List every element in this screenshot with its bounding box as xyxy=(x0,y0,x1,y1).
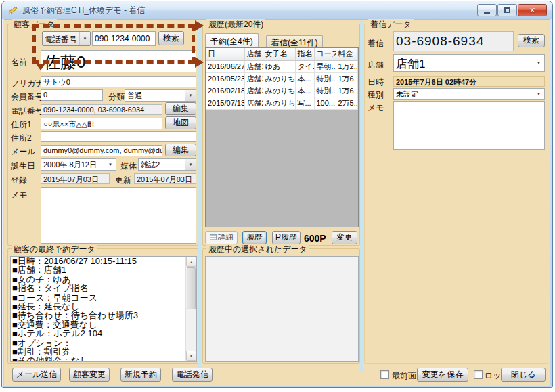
customer-panel-label: 顧客データ xyxy=(12,19,57,30)
search-type-value: 電話番号 xyxy=(45,34,79,45)
cell-date[interactable]: 2015/07/13 xyxy=(206,97,244,109)
tab-incoming-calls[interactable]: 着信(全11件) xyxy=(266,35,323,47)
cell-date[interactable]: 2016/06/27 xyxy=(206,60,244,72)
map-button[interactable]: 地図 xyxy=(165,116,196,129)
last-reservation-panel: 顧客の最終予約データ ■日時：2016/06/27 10:15-11:15 ■店… xyxy=(7,248,198,364)
scroll-down-icon[interactable]: ▼ xyxy=(186,351,196,361)
mail-edit-button[interactable]: 編集 xyxy=(165,144,196,156)
customer-search-button[interactable]: 検索 xyxy=(158,31,184,45)
p-history-button[interactable]: P履歴 xyxy=(272,231,301,244)
close-window-button[interactable]: 閉じる xyxy=(501,368,546,382)
mail-send-button[interactable]: メール送信 xyxy=(12,368,61,382)
cell-girl[interactable]: みのりち... xyxy=(263,85,295,97)
topmost-checkbox[interactable] xyxy=(380,370,389,379)
cell-date[interactable]: 2016/02/18 xyxy=(206,85,244,97)
table-row[interactable]: 2016/02/18 店舗2 みのりち... 本... 特別... 1万6... xyxy=(206,85,358,97)
cell-nomination[interactable]: 本... xyxy=(295,85,314,97)
furigana-label: フリガナ xyxy=(11,78,44,89)
col-price[interactable]: 料金 xyxy=(336,48,358,60)
col-course[interactable]: コース xyxy=(314,48,336,60)
address2-field[interactable] xyxy=(41,131,196,142)
search-phone-input[interactable]: 090-1234-0000 xyxy=(92,31,156,46)
incoming-memo-field[interactable] xyxy=(393,101,545,150)
shop-combo[interactable]: 店舗1 ▼ xyxy=(393,54,545,72)
table-row[interactable]: 2015/07/13 店舗2 みのりち... 写... 100... 2万5..… xyxy=(206,97,358,109)
name-field[interactable]: 佐藤0 xyxy=(41,50,196,72)
close-button[interactable]: ✕ xyxy=(518,4,547,16)
last-reservation-list[interactable]: ■日時：2016/06/27 10:15-11:15 ■店舗：店舗1 ■女の子：… xyxy=(10,256,197,362)
vertical-splitter-left[interactable] xyxy=(198,21,201,372)
search-type-combo[interactable]: 電話番号 ▼ xyxy=(42,31,91,46)
address1-field[interactable]: ○○県××市△△町 xyxy=(41,118,162,129)
phone-call-button[interactable]: 電話発信 xyxy=(172,368,213,382)
phones-edit-button[interactable]: 編集 xyxy=(165,102,196,115)
col-girl[interactable]: 女子名 xyxy=(263,48,295,60)
selected-history-field[interactable] xyxy=(205,256,359,362)
cell-price[interactable]: 1万2... xyxy=(336,60,358,72)
reservation-scrollbar[interactable]: ▲ ▼ xyxy=(185,257,196,361)
cell-nomination[interactable]: 写... xyxy=(295,97,314,109)
lock-checkbox[interactable] xyxy=(474,370,483,379)
tab-reservations[interactable]: 予約(全4件) xyxy=(205,33,259,47)
detail-button[interactable]: 詳細 xyxy=(205,231,238,244)
cell-girl[interactable]: みのりち... xyxy=(263,97,295,109)
chevron-down-icon[interactable]: ▼ xyxy=(185,159,196,170)
chevron-down-icon[interactable]: ▼ xyxy=(533,89,544,99)
registered-field: 2015年07月03日 xyxy=(41,173,110,184)
cell-date[interactable]: 2016/05/23 xyxy=(206,72,244,85)
member-no-label: 会員番号 xyxy=(11,91,43,103)
address2-label: 住所2 xyxy=(11,133,32,144)
chevron-down-icon[interactable]: ▼ xyxy=(533,55,544,71)
category-combo[interactable]: 普通 ▼ xyxy=(125,89,196,102)
cell-shop[interactable]: 店舗2 xyxy=(244,97,263,109)
cell-course[interactable]: 100... xyxy=(314,97,336,109)
chevron-down-icon[interactable]: ▼ xyxy=(79,32,90,45)
save-changes-button[interactable]: 変更を保存 xyxy=(417,368,468,382)
history-button[interactable]: 履歴 xyxy=(242,231,267,244)
scrollbar-thumb[interactable] xyxy=(187,267,196,309)
incoming-panel-label: 着信データ xyxy=(368,19,414,30)
col-date[interactable]: 日 xyxy=(206,48,244,60)
cell-price[interactable]: 1万6... xyxy=(336,72,358,85)
scroll-up-icon[interactable]: ▲ xyxy=(186,257,196,267)
app-window: 風俗予約管理CTI_体験デモ - 着信 ✕ 顧客データ 電話番号 ▼ 090-1… xyxy=(1,1,553,388)
incoming-search-button[interactable]: 検索 xyxy=(518,34,545,47)
change-button[interactable]: 変更 xyxy=(332,231,357,244)
cell-course[interactable]: 早朝... xyxy=(314,60,336,72)
mail-field[interactable]: dummy0@dummy.com, dummy@dummy.co xyxy=(41,145,162,156)
cell-shop[interactable]: 店舗2 xyxy=(244,72,263,85)
col-nomination[interactable]: 指名 xyxy=(295,48,314,60)
cell-course[interactable]: 特別... xyxy=(314,72,336,85)
minimize-button[interactable] xyxy=(477,4,497,16)
cell-nomination[interactable]: タイ... xyxy=(295,60,314,72)
customer-panel: 顧客データ 電話番号 ▼ 090-1234-0000 検索 名前 佐藤0 フリガ… xyxy=(7,24,198,246)
cell-shop[interactable]: 店舗1 xyxy=(244,60,263,72)
birthday-picker[interactable]: 2000年 8月12日 ▼ xyxy=(41,158,116,171)
customer-memo-field[interactable] xyxy=(41,187,196,244)
cell-nomination[interactable]: 本... xyxy=(295,72,314,85)
category-label: 分類 xyxy=(108,91,125,103)
table-row[interactable]: 2016/06/27 店舗1 ゆあ タイ... 早朝... 1万2... xyxy=(206,60,358,72)
cell-price[interactable]: 2万5... xyxy=(336,97,358,109)
cell-girl[interactable]: みのりち... xyxy=(263,72,295,85)
cell-girl[interactable]: ゆあ xyxy=(263,60,295,72)
table-row[interactable]: 2016/05/23 店舗2 みのりち... 本... 特別... 1万6... xyxy=(206,72,358,85)
customer-change-button[interactable]: 顧客変更 xyxy=(69,368,110,382)
reservation-line: ■女の子：ゆあ xyxy=(11,275,185,284)
chevron-down-icon[interactable]: ▼ xyxy=(185,90,196,101)
cell-price[interactable]: 1万6... xyxy=(336,85,358,97)
furigana-field[interactable]: サトウ0 xyxy=(41,76,196,87)
media-combo[interactable]: 雑誌2 ▼ xyxy=(138,158,196,171)
new-reservation-button[interactable]: 新規予約 xyxy=(120,368,161,382)
selected-history-label: 履歴中の選択されたデータ xyxy=(206,244,309,255)
maximize-button[interactable] xyxy=(497,4,517,16)
title-bar[interactable]: 風俗予約管理CTI_体験デモ - 着信 ✕ xyxy=(2,1,552,19)
chevron-down-icon[interactable]: ▼ xyxy=(105,159,116,170)
cell-shop[interactable]: 店舗2 xyxy=(244,85,263,97)
vertical-splitter-right[interactable] xyxy=(360,21,363,372)
history-table: 日 店舗 女子名 指名 コース 料金 2016/06/27 店舗1 ゆあ xyxy=(205,47,359,227)
member-no-field[interactable]: 0 xyxy=(41,89,103,101)
type-combo[interactable]: 未設定 ▼ xyxy=(393,88,545,100)
cell-course[interactable]: 特別... xyxy=(314,85,336,97)
col-shop[interactable]: 店舗 xyxy=(244,48,263,60)
